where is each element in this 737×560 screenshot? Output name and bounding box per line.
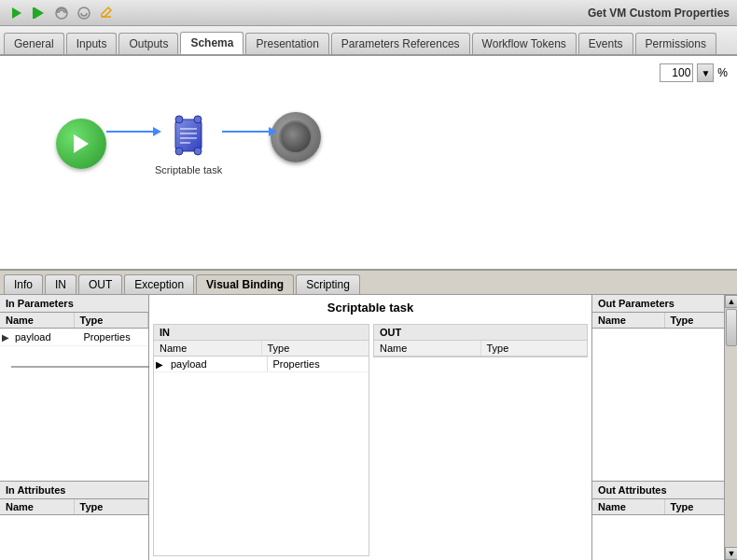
out-attrs-header: Out Attributes xyxy=(592,482,737,499)
open-button[interactable] xyxy=(52,4,71,22)
svg-point-9 xyxy=(194,116,202,123)
tab-in[interactable]: IN xyxy=(45,274,76,294)
workflow-scriptable-task: Scriptable task xyxy=(155,112,222,175)
svg-marker-1 xyxy=(35,7,44,19)
tab-outputs[interactable]: Outputs xyxy=(118,33,178,54)
binding-in-col-headers: Name Type xyxy=(154,341,368,357)
title-bar: Get VM Custom Properties xyxy=(0,0,737,26)
scriptable-task-icon xyxy=(164,112,213,161)
canvas-area: ▼ % xyxy=(0,56,737,271)
svg-marker-0 xyxy=(12,7,21,19)
scriptable-task-label: Scriptable task xyxy=(155,164,222,175)
binding-out-col-headers: Name Type xyxy=(374,341,587,357)
binding-in-section: IN Name Type ▶ payload Properties xyxy=(154,325,368,372)
svg-point-8 xyxy=(175,116,183,123)
scroll-down-button[interactable]: ▼ xyxy=(725,547,737,560)
workflow-end-node xyxy=(271,112,321,162)
in-attrs-col-headers: Name Type xyxy=(0,499,148,515)
bottom-tab-bar: Info IN OUT Exception Visual Binding Scr… xyxy=(0,271,737,295)
zoom-dropdown[interactable]: ▼ xyxy=(697,63,714,82)
in-params-col-headers: Name Type xyxy=(0,313,148,329)
run-button[interactable] xyxy=(7,4,26,22)
tab-schema[interactable]: Schema xyxy=(180,32,243,54)
zoom-input[interactable] xyxy=(660,63,693,82)
tab-events[interactable]: Events xyxy=(578,33,633,54)
tab-exception[interactable]: Exception xyxy=(124,274,194,294)
binding-in-header: IN xyxy=(154,325,368,341)
binding-in-name-col: Name xyxy=(154,341,262,356)
out-attrs-section: Out Attributes Name Type xyxy=(592,481,737,560)
tab-general[interactable]: General xyxy=(4,33,64,54)
tab-presentation[interactable]: Presentation xyxy=(245,33,328,54)
debug-button[interactable] xyxy=(30,4,49,22)
tab-info[interactable]: Info xyxy=(4,274,43,294)
tab-parameters-references[interactable]: Parameters References xyxy=(331,33,470,54)
binding-table: IN Name Type ▶ payload Properties xyxy=(153,324,369,556)
in-params-type-col: Type xyxy=(75,313,149,328)
svg-point-4 xyxy=(78,7,90,19)
toolbar xyxy=(7,4,116,22)
in-param-name-0: payload xyxy=(11,330,80,343)
window-title: Get VM Custom Properties xyxy=(588,7,730,20)
binding-in-type-col: Type xyxy=(262,341,369,356)
binding-out-name-col: Name xyxy=(374,341,481,356)
binding-title: Scriptable task xyxy=(149,295,591,320)
in-params-row-0[interactable]: ▶ payload Properties xyxy=(0,329,148,346)
in-attrs-body xyxy=(0,515,148,560)
in-params-body xyxy=(0,346,148,481)
right-panel: Out Parameters Name Type Out Attributes … xyxy=(592,295,737,560)
out-params-col-headers: Name Type xyxy=(592,313,737,329)
out-params-body xyxy=(592,329,737,481)
binding-in-row-0[interactable]: ▶ payload Properties xyxy=(154,357,368,372)
binding-area: IN Name Type ▶ payload Properties xyxy=(149,320,591,560)
binding-in-name-0: payload xyxy=(165,357,268,371)
edit-button[interactable] xyxy=(97,4,116,22)
binding-in-type-0: Properties xyxy=(268,357,369,371)
binding-out-type-col: Type xyxy=(481,341,588,356)
svg-marker-6 xyxy=(74,134,89,153)
in-params-header: In Parameters xyxy=(0,295,148,313)
out-params-name-col: Name xyxy=(592,313,665,328)
in-attrs-name-col: Name xyxy=(0,499,75,514)
bottom-panel: Info IN OUT Exception Visual Binding Scr… xyxy=(0,271,737,560)
binding-out-header: OUT xyxy=(374,325,587,341)
tab-out[interactable]: OUT xyxy=(78,274,122,294)
svg-rect-7 xyxy=(175,119,202,151)
in-attrs-type-col: Type xyxy=(75,499,149,514)
binding-out-section-wrapper: OUT Name Type xyxy=(373,324,588,556)
row-expand-arrow: ▶ xyxy=(0,332,11,343)
left-panel: In Parameters Name Type ▶ payload Proper… xyxy=(0,295,149,560)
in-attrs-header: In Attributes xyxy=(0,482,148,499)
binding-out-table: OUT Name Type xyxy=(373,324,588,357)
scrollbar-track: ▲ ▼ xyxy=(724,295,737,560)
in-param-type-0: Properties xyxy=(80,330,149,343)
binding-in-arrow: ▶ xyxy=(154,359,165,370)
visual-binding-area: In Parameters Name Type ▶ payload Proper… xyxy=(0,295,737,560)
workflow-diagram: Scriptable task xyxy=(0,56,737,231)
svg-point-3 xyxy=(56,7,67,19)
workflow-start-node xyxy=(56,119,106,169)
out-attrs-name-col: Name xyxy=(592,499,665,514)
zoom-control: ▼ % xyxy=(660,63,728,82)
svg-point-11 xyxy=(194,147,202,155)
out-attrs-body xyxy=(592,515,737,560)
tab-inputs[interactable]: Inputs xyxy=(66,33,118,54)
in-params-name-col: Name xyxy=(0,313,75,328)
tab-visual-binding[interactable]: Visual Binding xyxy=(196,274,294,294)
zoom-unit: % xyxy=(717,66,728,79)
save-button[interactable] xyxy=(75,4,93,22)
tab-workflow-tokens[interactable]: Workflow Tokens xyxy=(472,33,577,54)
main-tab-bar: General Inputs Outputs Schema Presentati… xyxy=(0,26,737,56)
out-attrs-col-headers: Name Type xyxy=(592,499,737,515)
in-attrs-section: In Attributes Name Type xyxy=(0,481,148,560)
scroll-up-button[interactable]: ▲ xyxy=(725,295,737,308)
workflow-arrow-1 xyxy=(106,131,155,133)
out-params-header: Out Parameters xyxy=(592,295,737,313)
tab-scripting[interactable]: Scripting xyxy=(296,274,360,294)
scrollbar-thumb[interactable] xyxy=(726,309,737,346)
svg-point-10 xyxy=(175,147,183,155)
mid-panel: Scriptable task IN Name Type ▶ xyxy=(149,295,592,560)
workflow-arrow-2 xyxy=(222,131,271,133)
tab-permissions[interactable]: Permissions xyxy=(635,33,716,54)
